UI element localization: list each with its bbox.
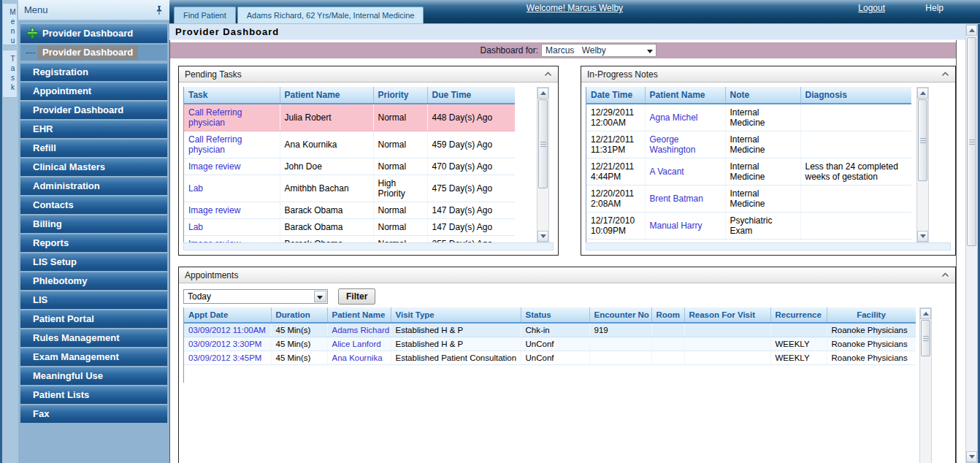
sidebar-item-patient-portal[interactable]: Patient Portal [20,310,167,328]
sidebar-item-provider-dashboard[interactable]: Provider Dashboard [20,101,167,119]
task-link[interactable]: Image review [188,205,240,215]
scroll-up-icon[interactable] [917,88,928,99]
sidebar-group-provider-dashboard[interactable]: Provider Dashboard [20,23,167,43]
task-vertical-tab[interactable]: Task [3,50,18,98]
collapse-up-icon[interactable] [941,272,949,278]
pending_tasks-row[interactable]: Image reviewBarack ObamaNormal255 Day(s)… [184,236,515,243]
appointments-row[interactable]: 03/09/2012 3:45PM45 Min(s)Ana KournikaEs… [184,351,916,365]
sidebar-item-lis[interactable]: LIS [20,291,167,309]
chevron-down-icon[interactable] [314,291,326,302]
appointments-col-facility[interactable]: Facility [827,307,916,323]
in_progress_notes-row[interactable]: 12/20/2011 2:08AMBrent BatmanInternal Me… [586,185,911,213]
filter-button[interactable]: Filter [338,288,375,305]
pending_tasks-row[interactable]: Image reviewBarack ObamaNormal147 Day(s)… [184,202,515,219]
sidebar-item-registration[interactable]: Registration [20,63,167,81]
sidebar-item-exam-management[interactable]: Exam Management [20,348,167,366]
pending_tasks-col-patient-name[interactable]: Patient Name [280,87,373,104]
dashboard-for-select[interactable]: Marcus Welby [541,44,656,57]
scroll-thumb[interactable] [918,99,927,181]
sidebar-item-provider-dashboard-selected[interactable]: Provider Dashboard [20,45,167,61]
appointments-row[interactable]: 03/09/2012 11:00AM45 Min(s)Adams Richard… [184,323,916,337]
patient-name-link[interactable]: Adams Richard [332,326,390,334]
collapse-up-icon[interactable] [941,72,949,77]
help-link[interactable]: Help [925,3,943,13]
in_progress_notes-row[interactable]: 12/29/2011 12:00AMAgna MichelInternal Me… [586,104,911,131]
pending_tasks-row[interactable]: Call Referring physicianJulia RobertNorm… [184,104,515,131]
scroll-up-icon[interactable] [920,308,931,319]
appt-date-link[interactable]: 03/09/2012 3:45PM [188,353,261,362]
sidebar-item-billing[interactable]: Billing [20,215,167,233]
appointments-col-visit-type[interactable]: Visit Type [391,307,521,323]
patient-name-link[interactable]: Ana Kournika [332,353,383,362]
main-scrollbar[interactable] [965,24,978,463]
appointments-col-room[interactable]: Room [651,307,684,323]
scroll-thumb[interactable] [538,99,548,188]
find-patient-tab[interactable]: Find Patient [174,7,236,23]
pending_tasks-col-due-time[interactable]: Due Time [427,87,515,104]
in-progress-notes-hscroll-track[interactable] [586,242,951,250]
scroll-thumb[interactable] [921,320,930,356]
sidebar-item-rules-management[interactable]: Rules Management [20,329,167,347]
scroll-down-icon[interactable] [537,231,548,242]
pending_tasks-row[interactable]: Image reviewJohn DoeNormal470 Day(s) Ago [184,158,515,175]
appointments-range-select[interactable]: Today [183,289,328,304]
in_progress_notes-col-diagnosis[interactable]: Diagnosis [800,87,911,104]
patient-name-link[interactable]: Alice Lanford [332,340,381,348]
in_progress_notes-row[interactable]: 12/21/2011 11:31PMGeorge WashingtonInter… [586,131,911,158]
patient-name-link[interactable]: George Washington [650,134,696,155]
sidebar-item-administration[interactable]: Administration [20,177,167,195]
pending_tasks-col-task[interactable]: Task [184,87,280,104]
pin-icon[interactable] [155,5,164,15]
patient-name-link[interactable]: Agna Michel [650,112,698,123]
patient-name-link[interactable]: Manual Harry [650,221,703,231]
sidebar-item-contacts[interactable]: Contacts [20,196,167,214]
in_progress_notes-col-date-time[interactable]: Date Time [586,87,645,104]
in-progress-notes-scrollbar[interactable] [916,87,929,242]
scroll-up-icon[interactable] [966,25,977,36]
in_progress_notes-row[interactable]: 12/17/2010 10:09PMManual HarryPsychiatri… [586,213,911,240]
task-link[interactable]: Call Referring physician [188,134,242,155]
sidebar-item-lis-setup[interactable]: LIS Setup [20,253,167,271]
task-link[interactable]: Image review [188,161,240,172]
task-link[interactable]: Lab [188,222,203,232]
appointments-scrollbar[interactable] [919,307,932,463]
sidebar-item-ehr[interactable]: EHR [20,120,167,138]
appointments-col-reason-for-visit[interactable]: Reason For Visit [684,307,770,323]
in_progress_notes-row[interactable]: 12/21/2011 4:44PMA VacantInternal Medici… [586,158,911,185]
pending_tasks-row[interactable]: LabAmithbh BachanHigh Priority475 Day(s)… [184,175,515,202]
sidebar-item-reports[interactable]: Reports [20,234,167,252]
appointments-col-appt-date[interactable]: Appt Date [184,307,271,323]
sidebar-item-appointment[interactable]: Appointment [20,82,167,100]
sidebar-item-clinical-masters[interactable]: Clinical Masters [20,158,167,176]
task-link[interactable]: Call Referring physician [188,107,242,128]
sidebar-item-fax[interactable]: Fax [20,405,167,423]
pending_tasks-row[interactable]: LabBarack ObamaNormal147 Day(s) Ago [184,219,515,236]
sidebar-item-patient-lists[interactable]: Patient Lists [20,386,167,404]
appointments-col-patient-name[interactable]: Patient Name [327,307,391,323]
scroll-up-icon[interactable] [537,88,548,99]
sidebar-item-meaningful-use[interactable]: Meaningful Use [20,367,167,385]
scroll-thumb[interactable] [967,37,976,246]
appointments-col-duration[interactable]: Duration [271,307,327,323]
logout-link[interactable]: Logout [858,3,885,13]
in_progress_notes-col-note[interactable]: Note [725,87,800,104]
scroll-down-icon[interactable] [917,231,928,242]
collapse-up-icon[interactable] [544,72,552,77]
scroll-down-icon[interactable] [966,451,977,462]
appointments-col-status[interactable]: Status [521,307,589,323]
appt-date-link[interactable]: 03/09/2012 3:30PM [188,340,261,348]
sidebar-item-phlebotomy[interactable]: Phlebotomy [20,272,167,290]
patient-name-link[interactable]: A Vacant [650,167,684,177]
appointments-row[interactable]: 03/09/2012 3:30PM45 Min(s)Alice LanfordE… [184,337,916,351]
task-link[interactable]: Lab [188,183,203,194]
patient-name-link[interactable]: Brent Batman [650,194,703,204]
appointments-col-recurrence[interactable]: Recurrence [770,307,827,323]
menu-vertical-tab[interactable]: Menu [3,3,18,45]
appointments-col-encounter-no[interactable]: Encounter No [589,307,651,323]
pending_tasks-col-priority[interactable]: Priority [373,87,427,104]
patient-context-tab[interactable]: Adams Richard, 62 Yrs/Male, Internal Med… [237,7,424,23]
pending-tasks-hscroll-track[interactable] [183,242,554,250]
pending-tasks-scrollbar[interactable] [537,87,549,242]
in_progress_notes-col-patient-name[interactable]: Patient Name [645,87,725,104]
appt-date-link[interactable]: 03/09/2012 11:00AM [188,326,266,334]
